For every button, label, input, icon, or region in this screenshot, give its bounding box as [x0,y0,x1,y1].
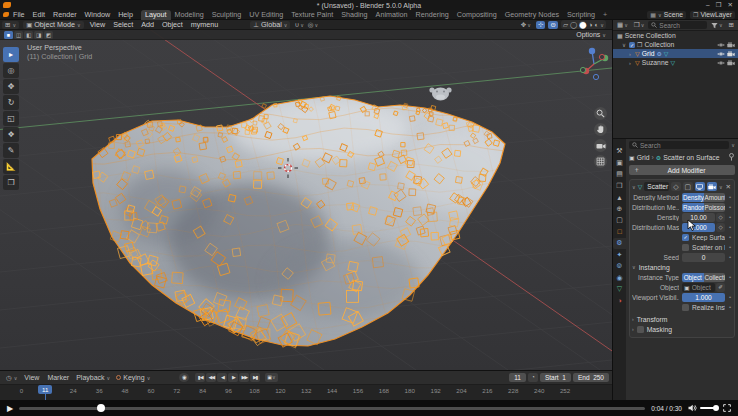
decorator-dot[interactable]: • [728,204,732,210]
expand-caret-icon[interactable]: ∨ [621,42,627,48]
jump-to-start-button[interactable]: ▮◀ [195,373,205,382]
viewport-menu-add[interactable]: Add [137,20,158,29]
density-keyframe-button[interactable]: ◇ [716,213,725,222]
select-mode-3[interactable]: ◨ [34,31,43,39]
properties-tab-object[interactable]: □ [613,227,626,238]
playback-popover[interactable]: Playback∨ [73,374,113,381]
workspace-tab-geometry-nodes[interactable]: Geometry Nodes [501,10,563,20]
tool-transform[interactable]: ❖ [3,127,19,142]
random-option[interactable]: Random [682,203,704,212]
properties-tab-output[interactable]: ▤ [613,169,626,180]
properties-tab-physics[interactable]: ⊚ [613,261,626,272]
expand-caret-icon[interactable]: › [627,60,633,66]
object-picker-field[interactable]: ▣ Object [682,283,715,292]
frame-end-field[interactable]: End 250 [573,373,609,382]
masking-checkbox[interactable] [637,326,644,333]
play-icon[interactable]: ▶ [7,404,13,413]
tool-measure[interactable]: 📐 [3,159,19,174]
auto-keyframe-toggle[interactable]: ◉ [179,373,189,382]
preview-range-clock-icon[interactable]: ◔ [528,373,538,382]
viewlayer-selector[interactable]: ❐ ViewLayer [690,11,735,19]
timeline-editor-dropdown[interactable]: ◷ ∨ [3,374,20,382]
decorator-dot[interactable]: • [728,244,732,250]
workspace-tab-sculpting[interactable]: Sculpting [208,10,246,20]
maximize-button[interactable]: ❐ [716,1,722,9]
density-option[interactable]: Density [682,193,704,202]
breadcrumb-object[interactable]: Grid [637,154,650,161]
decorator-dot[interactable]: • [728,294,732,300]
tool-move[interactable]: ✥ [3,79,19,94]
collection-filter-dropdown[interactable]: ❒∨ [632,21,647,29]
scene-selector[interactable]: ▦ ∨ Scene [647,11,686,19]
decorator-dot[interactable]: • [728,194,732,200]
properties-tab-scene[interactable]: ▲ [613,192,626,203]
playhead[interactable]: 11 [38,385,52,394]
panel-collapse-caret[interactable]: ∨ [632,264,636,270]
properties-tab-view-layer[interactable]: ❐ [613,181,626,192]
disable-render-camera-icon[interactable] [727,42,735,48]
menu-edit[interactable]: Edit [29,10,49,19]
disable-render-camera-icon[interactable] [727,60,735,66]
workspace-tab-uv-editing[interactable]: UV Editing [245,10,287,20]
hide-eye-icon[interactable] [717,60,725,66]
properties-tab-object-data[interactable]: ▽ [613,284,626,295]
gizmo-dropdown[interactable]: ✥∨ [519,21,533,29]
hide-eye-icon[interactable] [717,42,725,48]
select-mode-0[interactable]: ■ [4,31,13,39]
properties-tab-tool[interactable]: ⚒ [613,146,626,157]
tool-options-dropdown[interactable]: Options ∨ [576,31,606,38]
add-modifier-button[interactable]: ＋ Add Modifier [629,165,735,175]
tool-annotate[interactable]: ✎ [3,143,19,158]
modifier-extras-dropdown[interactable]: ∨ [719,184,723,190]
navigation-gizmo[interactable] [580,48,608,80]
current-frame-field[interactable]: 11 [509,373,526,382]
select-mode-4[interactable]: ◩ [44,31,53,39]
mask-keyframe-button[interactable]: ◇ [716,223,725,232]
workspace-tab-layout[interactable]: Layout [141,10,171,20]
show-gizmo-toggle[interactable]: ⊹ [536,21,545,29]
decorator-dot[interactable]: • [728,214,732,220]
chevron-down-icon[interactable]: ∨ [731,142,735,148]
tool-rotate[interactable]: ↻ [3,95,19,110]
display-mode-dropdown[interactable]: ▦∨ [615,21,630,29]
workspace-tab-modeling[interactable]: Modeling [171,10,208,20]
shading-rendered-button[interactable]: ◐ [594,21,598,28]
realize-instances-checkbox[interactable] [682,304,689,311]
show-overlays-toggle[interactable]: ⊙ [548,21,557,29]
workspace-tab-texture-paint[interactable]: Texture Paint [287,10,337,20]
modifier-name-field[interactable]: Scatter on ... [644,182,669,191]
decorator-dot[interactable]: • [728,254,732,260]
render-display-toggle[interactable] [707,182,717,191]
poisson-option[interactable]: Poisson ... [704,203,726,212]
modifier-close-icon[interactable]: ✕ [725,183,732,191]
outliner-row-collection[interactable]: ∨ ✓ ❒ Collection [613,40,738,49]
minimize-button[interactable]: – [706,1,710,9]
object-option[interactable]: Object [682,273,704,282]
pin-icon[interactable] [728,153,735,162]
properties-tab-collection[interactable]: ▢ [613,215,626,226]
select-mode-2[interactable]: ◧ [24,31,33,39]
cage-toggle[interactable]: ▢ [683,182,693,191]
tool-select-box[interactable]: ▸ [3,47,19,62]
play-button[interactable]: ▶ [228,373,238,382]
video-progress-bar[interactable] [19,407,645,410]
disable-render-camera-icon[interactable] [727,51,735,57]
decorator-dot[interactable]: • [728,274,732,280]
editor-type-dropdown[interactable]: ⊞ ∨ [2,21,19,29]
workspace-tab-animation[interactable]: Animation [372,10,412,20]
viewport-menu-mymenu[interactable]: mymenu [187,20,223,29]
collection-option[interactable]: Collection [704,273,726,282]
transform-header[interactable]: Transform [637,316,668,323]
seed-value-field[interactable]: 0 [682,253,725,262]
suzanne-object[interactable] [429,87,451,100]
select-mode-1[interactable]: ◫ [14,31,23,39]
amount-option[interactable]: Amount [704,193,726,202]
frame-start-field[interactable]: Start 1 [540,373,571,382]
outliner-search-input[interactable]: Search [648,21,707,29]
panel-collapse-caret[interactable]: ∨ [632,184,636,190]
keep-surface-checkbox[interactable]: ✓ [682,234,689,241]
video-progress-knob[interactable] [97,404,105,412]
viewport-visibility-slider[interactable]: 1.000 [682,293,725,302]
distribution-mask-slider[interactable]: 1.000 [682,223,715,232]
properties-tab-constraints[interactable]: ◉ [613,273,626,284]
